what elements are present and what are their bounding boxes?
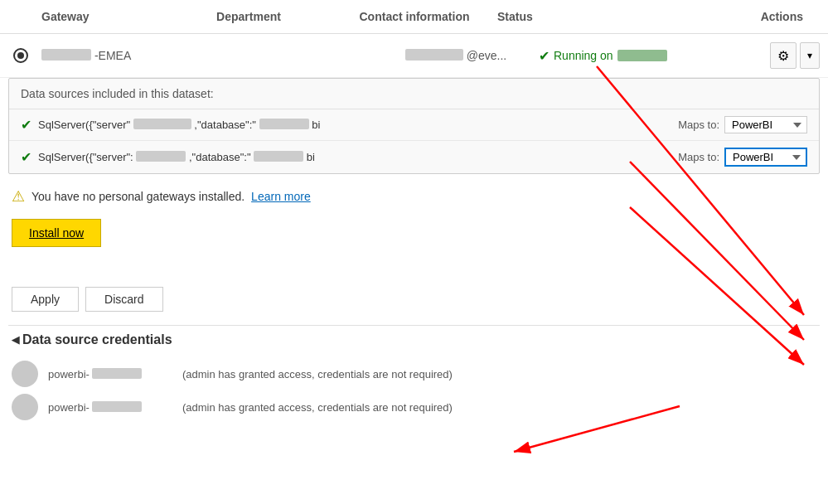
cred-name-2: powerbi- — [48, 401, 172, 414]
settings-button[interactable]: ⚙ — [770, 42, 797, 69]
datasources-panel: Data sources included in this dataset: ✔… — [8, 78, 820, 174]
gateway-row: -EMEA @eve... ✔ Running on ⚙ ▾ — [0, 34, 828, 78]
caret-icon: ◀ — [12, 334, 19, 346]
cred-desc-2: (admin has granted access, credentials a… — [182, 401, 453, 414]
status-check-icon: ✔ — [539, 48, 550, 64]
warning-text: You have no personal gateways installed. — [31, 190, 245, 203]
apply-button[interactable]: Apply — [12, 287, 79, 312]
gateway-name: -EMEA — [41, 49, 207, 62]
ds-check-icon: ✔ — [21, 117, 31, 133]
cred-desc-1: (admin has granted access, credentials a… — [182, 368, 453, 380]
install-section: Install now — [0, 219, 828, 260]
warning-icon: ⚠ — [12, 187, 25, 206]
ds-name-2: SqlServer({"server": ,"database":" bi — [38, 151, 671, 163]
ds-maps: Maps to: PowerBI — [678, 116, 807, 133]
ds-check-icon-2: ✔ — [21, 149, 31, 165]
datasources-header: Data sources included in this dataset: — [9, 79, 819, 109]
warning-section: ⚠ You have no personal gateways installe… — [0, 174, 828, 219]
dropdown-button[interactable]: ▾ — [800, 42, 820, 69]
credentials-section: ◀ Data source credentials powerbi- (admi… — [0, 326, 828, 430]
ds-name: SqlServer({"server" ,"database":" bi — [38, 119, 671, 131]
col-header-department: Department — [166, 10, 332, 23]
gateway-status: ✔ Running on — [539, 48, 688, 64]
action-buttons: Apply Discard — [0, 274, 828, 325]
datasource-item: ✔ SqlServer({"server" ,"database":" bi M… — [9, 109, 819, 141]
radio-button[interactable] — [13, 48, 28, 63]
cred-avatar-2 — [12, 394, 38, 420]
cred-item-2: powerbi- (admin has granted access, cred… — [12, 390, 816, 424]
ds-maps-2: Maps to: PowerBI — [678, 148, 807, 167]
col-header-status: Status — [497, 10, 646, 23]
cred-item-1: powerbi- (admin has granted access, cred… — [12, 357, 816, 390]
cred-name-1: powerbi- — [48, 368, 172, 380]
gateway-actions: ⚙ ▾ — [688, 42, 828, 69]
ds-select-2[interactable]: PowerBI — [724, 148, 807, 167]
gateway-contact: @eve... — [373, 49, 539, 62]
datasource-item-2: ✔ SqlServer({"server": ,"database":" bi … — [9, 141, 819, 173]
credentials-title: ◀ Data source credentials — [12, 332, 816, 347]
discard-button[interactable]: Discard — [85, 287, 162, 312]
table-header: Gateway Department Contact information S… — [0, 0, 828, 34]
status-running-text: Running on — [554, 49, 613, 62]
col-header-gateway: Gateway — [0, 10, 166, 23]
col-header-contact: Contact information — [332, 10, 497, 23]
cred-avatar-1 — [12, 361, 38, 387]
row-radio[interactable] — [0, 48, 41, 63]
ds-select-1[interactable]: PowerBI — [724, 116, 807, 133]
install-now-button[interactable]: Install now — [12, 219, 101, 247]
col-header-actions: Actions — [646, 10, 828, 23]
learn-more-link[interactable]: Learn more — [251, 190, 311, 203]
